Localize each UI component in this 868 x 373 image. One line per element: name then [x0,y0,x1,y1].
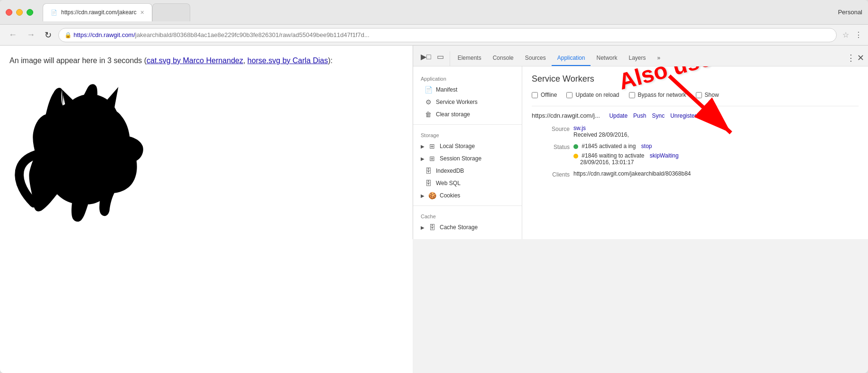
sidebar-item-clear-storage[interactable]: 🗑 Clear storage [413,108,522,121]
skip-waiting-link[interactable]: skipWaiting [650,152,679,159]
status-label: Status [532,143,570,150]
active-tab[interactable]: 📄 https://cdn.rawgit.com/jakearc × [43,3,152,21]
sidebar-item-local-storage[interactable]: ▶ ⊞ Local Storage [413,140,522,152]
tab-network[interactable]: Network [591,51,623,66]
unregister-link[interactable]: Unregister [670,112,696,119]
tab-sources[interactable]: Sources [519,51,552,66]
tab-console[interactable]: Console [487,51,519,66]
sidebar-item-label-manifest: Manifest [436,86,457,93]
menu-icon[interactable]: ⋮ [855,30,862,39]
update-link[interactable]: Update [609,112,628,119]
sw-url-row: https://cdn.rawgit.com/j... Update Push … [532,112,859,119]
service-worker-entry: https://cdn.rawgit.com/j... Update Push … [532,106,859,178]
panel-title: Service Workers [532,74,859,84]
lock-icon: 🔒 [65,32,72,38]
devtools-icon-group: ▶□ ▭ [415,51,450,66]
page-content: An image will appear here in 3 seconds (… [0,46,413,373]
tab-close-button[interactable]: × [140,9,144,16]
bypass-network-checkbox[interactable] [629,92,635,98]
sidebar-divider-1 [413,124,522,125]
cache-storage-arrow-icon: ▶ [421,225,425,230]
sidebar-section-storage: Storage [413,129,522,140]
service-workers-icon: ⚙ [425,98,432,106]
devtools-close-button[interactable]: ✕ [857,53,864,63]
bypass-network-option[interactable]: Bypass for network [629,92,686,98]
tab-layers[interactable]: Layers [623,51,652,66]
back-button[interactable]: ← [6,28,20,42]
sidebar-section-application: Application [413,72,522,84]
status-waiting-date: 28/09/2016, 13:01:17 [573,159,634,166]
devtools-more-button[interactable]: ⋮ [847,53,855,63]
page-text-between: , [243,56,248,65]
sidebar-item-session-storage[interactable]: ▶ ⊞ Session Storage [413,152,522,165]
bypass-network-label: Bypass for network [638,92,686,98]
devtools-toolbar: ▶□ ▭ Elements Console Sources Applicatio… [413,46,868,66]
tab-title: https://cdn.rawgit.com/jakearc [61,9,137,16]
sidebar-item-indexeddb[interactable]: 🗄 IndexedDB [413,165,522,177]
stop-link[interactable]: stop [641,143,652,149]
minimize-traffic-light[interactable] [16,9,23,16]
page-text-before: An image will appear here in 3 seconds ( [9,56,147,65]
sw-origin-url: https://cdn.rawgit.com/j... [532,112,600,119]
cat-link[interactable]: cat.svg by Marco Hernandez [147,56,243,65]
push-link[interactable]: Push [633,112,646,119]
sidebar-item-label-session-storage: Session Storage [440,155,481,162]
update-on-reload-option[interactable]: Update on reload [566,92,619,98]
reload-button[interactable]: ↻ [42,28,55,42]
indexeddb-icon: 🗄 [425,167,432,175]
new-tab[interactable] [152,3,190,21]
offline-option[interactable]: Offline [532,92,557,98]
sidebar-divider-2 [413,205,522,206]
offline-label: Offline [541,92,557,98]
devtools-tabs: Elements Console Sources Application Net… [450,51,843,66]
devtools-body: Application 📄 Manifest ⚙ Service Workers… [413,66,868,239]
sidebar-item-cookies[interactable]: ▶ 🍪 Cookies [413,189,522,202]
horse-link[interactable]: horse.svg by Carla Dias [248,56,328,65]
devtools: ▶□ ▭ Elements Console Sources Applicatio… [413,46,868,239]
devtools-actions: ⋮ ✕ [843,53,868,66]
bookmark-icon[interactable]: ☆ [842,30,849,39]
url-bar[interactable]: 🔒 https://cdn.rawgit.com/jakearchibald/8… [58,28,837,42]
options-row: Offline Update on reload Bypass for netw… [532,92,859,98]
status-active-text: #1845 activated a [582,143,627,149]
profile-label: Personal [838,9,862,16]
show-checkbox[interactable] [696,92,702,98]
forward-button[interactable]: → [24,28,38,42]
maximize-traffic-light[interactable] [27,9,33,16]
tab-elements[interactable]: Elements [452,51,487,66]
local-storage-arrow-icon: ▶ [421,144,425,149]
show-label: Show [705,92,719,98]
address-bar: ← → ↻ 🔒 https://cdn.rawgit.com/jakearchi… [0,25,868,46]
source-value: sw.js Received 28/09/2016, [573,125,859,138]
url-path: jakearchibald/80368b84ac1ae8e229fc90b3fe… [135,31,369,38]
sync-link[interactable]: Sync [652,112,665,119]
session-storage-arrow-icon: ▶ [421,156,425,161]
devtools-sidebar: Application 📄 Manifest ⚙ Service Workers… [413,66,522,239]
show-option[interactable]: Show [696,92,719,98]
clients-label: Clients [532,170,570,178]
cat-image [9,74,403,237]
cache-storage-icon: 🗄 [428,224,436,231]
status-yellow-dot [573,154,578,159]
clients-row: Clients https://cdn.rawgit.com/jakearchi… [532,170,859,178]
offline-checkbox[interactable] [532,92,538,98]
tab-application[interactable]: Application [552,51,591,66]
sidebar-item-label-cache-storage: Cache Storage [440,224,478,231]
status-value: #1845 activated a ing stop #1846 waiting… [573,143,859,166]
close-traffic-light[interactable] [6,9,12,16]
source-row: Source sw.js Received 28/09/2016, [532,125,859,138]
sidebar-item-cache-storage[interactable]: ▶ 🗄 Cache Storage [413,221,522,233]
inspect-element-button[interactable]: ▶□ [419,51,433,62]
sidebar-item-web-sql[interactable]: 🗄 Web SQL [413,177,522,189]
traffic-lights [6,9,33,16]
sw-js-link[interactable]: sw.js [573,125,586,131]
sidebar-item-label-indexeddb: IndexedDB [436,168,464,174]
sidebar-section-cache: Cache [413,210,522,221]
update-on-reload-checkbox[interactable] [566,92,573,98]
tab-page-icon: 📄 [51,9,57,16]
sidebar-item-service-workers[interactable]: ⚙ Service Workers [413,96,522,108]
tab-more[interactable]: » [652,51,666,66]
status-waiting-text: #1846 waiting to activate [582,152,644,159]
sidebar-item-manifest[interactable]: 📄 Manifest [413,84,522,96]
device-toggle-button[interactable]: ▭ [435,51,446,62]
